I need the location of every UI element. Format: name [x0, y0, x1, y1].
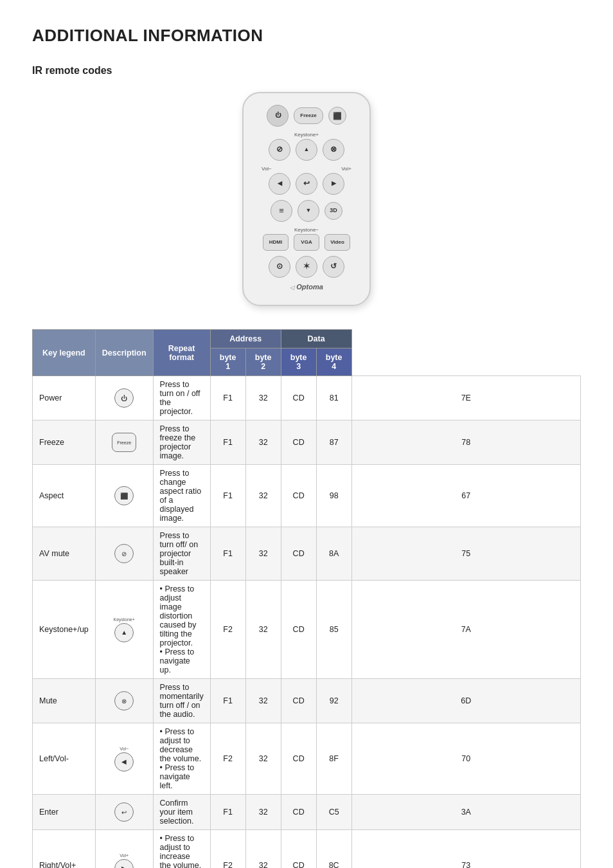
- ir-codes-table: Key legend Description Repeatformat Addr…: [32, 329, 581, 868]
- remote-logo: ◁ Optoma: [259, 283, 354, 291]
- byte2-cell: CD: [281, 679, 316, 723]
- remote-row-2: ⊘ ▲ ⊗: [259, 139, 354, 161]
- byte3-cell: 81: [316, 376, 351, 420]
- byte2-header: byte 2: [245, 348, 281, 376]
- byte2-cell: CD: [281, 376, 316, 420]
- table-row: Aspect⬛Press to change aspect ratio of a…: [33, 465, 581, 527]
- byte1-cell: 32: [245, 830, 281, 869]
- byte1-cell: 32: [245, 795, 281, 830]
- freeze-button[interactable]: Freeze: [294, 107, 323, 124]
- byte4-cell: 73: [351, 830, 580, 869]
- byte2-cell: CD: [281, 581, 316, 679]
- mute-button[interactable]: ⊗: [323, 139, 344, 161]
- key-name-cell: Keystone+/up: [33, 581, 96, 679]
- description-cell: Confirm your item selection.: [153, 795, 210, 830]
- remote-container: ⏻ Freeze ⬛ Keystone+ ⊘ ▲ ⊗ Vol− Vol+ ◀ ↩…: [32, 92, 581, 306]
- key-name-cell: AV mute: [33, 527, 96, 581]
- keystone-minus-label: Keystone−: [259, 227, 354, 233]
- description-cell: Press to adjust image distortion caused …: [153, 581, 210, 679]
- byte4-cell: 67: [351, 465, 580, 527]
- icon-cell: ⬛: [95, 465, 153, 527]
- key-name-cell: Enter: [33, 795, 96, 830]
- byte2-cell: CD: [281, 795, 316, 830]
- byte3-cell: 87: [316, 420, 351, 465]
- key-name-cell: Left/Vol-: [33, 723, 96, 795]
- description-header: Description: [95, 330, 153, 376]
- byte1-header: byte 1: [210, 348, 245, 376]
- remote-row-1: ⏻ Freeze ⬛: [259, 105, 354, 127]
- key-name-cell: Mute: [33, 679, 96, 723]
- description-cell: Press to adjust to decrease the volume.P…: [153, 723, 210, 795]
- byte1-cell: 32: [245, 679, 281, 723]
- byte1-cell: 32: [245, 527, 281, 581]
- byte4-cell: 7A: [351, 581, 580, 679]
- byte2-cell: CD: [281, 830, 316, 869]
- description-cell: Press to change aspect ratio of a displa…: [153, 465, 210, 527]
- power-button[interactable]: ⏻: [267, 105, 289, 127]
- sync-button[interactable]: ↺: [323, 256, 344, 278]
- byte1-cell: 32: [245, 420, 281, 465]
- description-cell: Press to momentarily turn off / on the a…: [153, 679, 210, 723]
- byte3-cell: 98: [316, 465, 351, 527]
- repeat-format-cell: F1: [210, 679, 245, 723]
- right-button[interactable]: ▶: [323, 173, 344, 195]
- byte4-cell: 78: [351, 420, 580, 465]
- left-button[interactable]: ◀: [269, 173, 290, 195]
- menu-button[interactable]: ≡: [271, 200, 292, 222]
- byte4-cell: 3A: [351, 795, 580, 830]
- repeat-format-cell: F2: [210, 723, 245, 795]
- icon-cell: ⊘: [95, 527, 153, 581]
- table-row: Power⏻Press to turn on / off the project…: [33, 376, 581, 420]
- down-button[interactable]: ▼: [298, 200, 319, 222]
- table-row: Right/Vol+Vol+▶Press to adjust to increa…: [33, 830, 581, 869]
- repeat-format-cell: F2: [210, 830, 245, 869]
- byte1-cell: 32: [245, 581, 281, 679]
- remote-row-6: ⊙ ✶ ↺: [259, 256, 354, 278]
- enter-button[interactable]: ↩: [296, 173, 317, 195]
- video-button[interactable]: Video: [324, 234, 350, 251]
- source-button[interactable]: ⊙: [269, 256, 290, 278]
- key-name-cell: Right/Vol+: [33, 830, 96, 869]
- byte3-cell: 8C: [316, 830, 351, 869]
- key-name-cell: Aspect: [33, 465, 96, 527]
- av-mute-button[interactable]: ⊘: [269, 139, 290, 161]
- byte1-cell: 32: [245, 465, 281, 527]
- repeat-format-cell: F2: [210, 581, 245, 679]
- byte3-cell: 92: [316, 679, 351, 723]
- description-cell: Press to adjust to increase the volume.P…: [153, 830, 210, 869]
- table-row: Mute⊗Press to momentarily turn off / on …: [33, 679, 581, 723]
- repeat-format-cell: F1: [210, 527, 245, 581]
- byte2-cell: CD: [281, 465, 316, 527]
- section-heading: IR remote codes: [32, 65, 581, 77]
- table-row: Enter↩Confirm your item selection.F132CD…: [33, 795, 581, 830]
- key-name-cell: Power: [33, 376, 96, 420]
- table-row: Keystone+/upKeystone+▲Press to adjust im…: [33, 581, 581, 679]
- remote-row-5: HDMI VGA Video: [259, 234, 354, 251]
- vga-button[interactable]: VGA: [294, 234, 319, 251]
- remote-row-3: ◀ ↩ ▶: [259, 173, 354, 195]
- byte3-cell: 8F: [316, 723, 351, 795]
- byte2-cell: CD: [281, 527, 316, 581]
- byte1-cell: 32: [245, 376, 281, 420]
- byte2-cell: CD: [281, 420, 316, 465]
- description-cell: Press to turn on / off the projector.: [153, 376, 210, 420]
- icon-cell: Vol−◀: [95, 723, 153, 795]
- up-button[interactable]: ▲: [296, 139, 317, 161]
- byte3-cell: 8A: [316, 527, 351, 581]
- byte4-cell: 7E: [351, 376, 580, 420]
- byte4-cell: 6D: [351, 679, 580, 723]
- 3d-button[interactable]: 3D: [324, 202, 342, 220]
- brightness-button[interactable]: ✶: [296, 256, 317, 278]
- aspect-button[interactable]: ⬛: [328, 107, 346, 125]
- data-header: Data: [281, 330, 351, 348]
- byte4-cell: 70: [351, 723, 580, 795]
- icon-cell: Freeze: [95, 420, 153, 465]
- table-row: AV mute⊘Press to turn off/ on projector …: [33, 527, 581, 581]
- keystone-plus-label: Keystone+: [259, 132, 354, 138]
- icon-cell: Vol+▶: [95, 830, 153, 869]
- repeat-format-header: Repeatformat: [153, 330, 210, 376]
- hdmi-button[interactable]: HDMI: [263, 234, 289, 251]
- icon-cell: ↩: [95, 795, 153, 830]
- repeat-format-cell: F1: [210, 376, 245, 420]
- remote-row-4: ≡ ▼ 3D: [259, 200, 354, 222]
